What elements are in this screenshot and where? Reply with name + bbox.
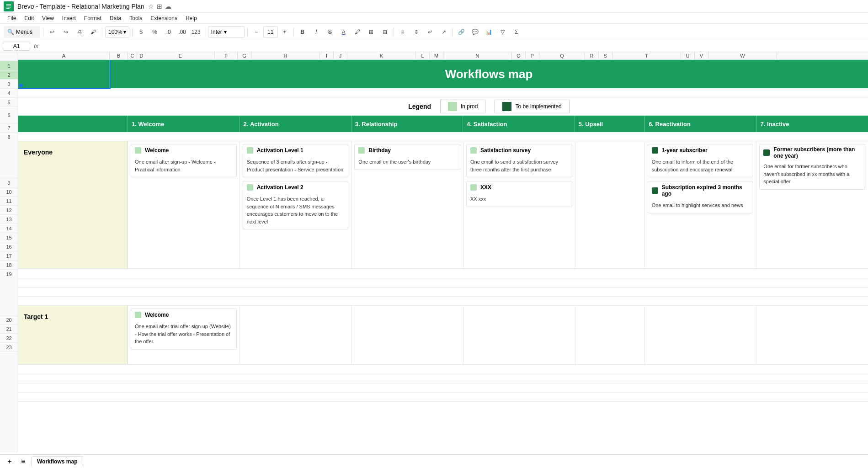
decrease-font-size[interactable]: − xyxy=(250,26,262,38)
menu-insert[interactable]: Insert xyxy=(59,14,80,22)
cat-label-4: Satisfaction xyxy=(474,121,507,128)
borders-button[interactable]: ⊞ xyxy=(365,26,377,38)
increase-decimal-button[interactable]: .00 xyxy=(176,26,188,38)
col-header-d: D xyxy=(137,52,146,59)
search-menus[interactable]: 🔍 Menus xyxy=(4,26,40,38)
strikethrough-button[interactable]: S xyxy=(324,26,336,38)
chart-button[interactable]: 📊 xyxy=(483,26,495,38)
card-body-welcome: One email after sign-up - Welcome - Prac… xyxy=(131,156,236,177)
legend-row: Legend In prod To be implemented xyxy=(18,97,868,116)
row-num-13: 13 xyxy=(0,215,18,224)
menu-tools[interactable]: Tools xyxy=(126,14,146,22)
undo-button[interactable]: ↩ xyxy=(46,26,58,38)
col-relationship-target1 xyxy=(351,306,463,364)
currency-button[interactable]: $ xyxy=(135,26,147,38)
row-num-16: 16 xyxy=(0,242,18,251)
font-selector[interactable]: Inter ▾ xyxy=(208,26,245,38)
functions-button[interactable]: Σ xyxy=(511,26,522,38)
highlight-color-button[interactable]: 🖍 xyxy=(351,26,363,38)
col-welcome-target1: Welcome One email after trial offer sign… xyxy=(128,306,240,364)
top-bar-icons: ☆ ⊞ ☁ xyxy=(148,3,171,10)
link-button[interactable]: 🔗 xyxy=(456,26,468,38)
col-header-p: P xyxy=(526,52,539,59)
paint-format-button[interactable]: 🖌 xyxy=(87,26,99,38)
card-indicator-act2 xyxy=(247,184,253,191)
col-header-l: L xyxy=(416,52,430,59)
format-123-button[interactable]: 123 xyxy=(190,26,202,38)
card-body-act2: Once Level 1 has been reached, a sequenc… xyxy=(243,193,348,229)
spreadsheet-viewport[interactable]: A B C D E F G H I J K L M N O P Q R S T … xyxy=(18,52,868,452)
cat-reactivation: 6. Reactivation xyxy=(645,116,756,132)
row-3-empty xyxy=(18,88,868,97)
menu-extensions[interactable]: Extensions xyxy=(147,14,181,22)
text-wrap-button[interactable]: ↵ xyxy=(424,26,436,38)
row-gap-2 xyxy=(18,278,868,287)
row-num-4: 4 xyxy=(0,89,18,98)
menu-edit[interactable]: Edit xyxy=(21,14,37,22)
card-indicator-welcome-t1 xyxy=(135,312,141,318)
cell-a1[interactable] xyxy=(18,60,110,88)
redo-button[interactable]: ↪ xyxy=(60,26,72,38)
col-reactivation-everyone: 1-year subscriber One email to inform of… xyxy=(645,141,757,268)
menu-data[interactable]: Data xyxy=(106,14,125,22)
card-title-act1: Activation Level 1 xyxy=(257,147,304,154)
column-headers: A B C D E F G H I J K L M N O P Q R S T … xyxy=(18,52,868,60)
card-indicator-xxx xyxy=(470,184,477,191)
zoom-value: 100% xyxy=(108,29,122,35)
col-inactive-target1 xyxy=(756,306,868,364)
comment-button[interactable]: 💬 xyxy=(469,26,481,38)
row-7-empty xyxy=(18,132,868,141)
toolbar: 🔍 Menus ↩ ↪ 🖨 🖌 100% ▾ $ % .0 .00 123 In… xyxy=(0,24,868,40)
star-icon[interactable]: ☆ xyxy=(148,3,154,10)
percent-button[interactable]: % xyxy=(149,26,161,38)
card-indicator-sat xyxy=(470,147,477,154)
align-button[interactable]: ≡ xyxy=(397,26,409,38)
merge-cells-button[interactable]: ⊟ xyxy=(379,26,391,38)
card-body-act1: Sequence of 3 emails after sign-up - Pro… xyxy=(243,156,348,177)
legend-label: Legend xyxy=(408,103,431,110)
text-color-button[interactable]: A xyxy=(338,26,350,38)
cat-num-6: 6. xyxy=(649,121,654,128)
cloud-icon[interactable]: ☁ xyxy=(165,3,171,10)
col-satisfaction-everyone: Satisfaction survey One email to send a … xyxy=(463,141,575,268)
print-button[interactable]: 🖨 xyxy=(74,26,85,38)
row-num-8: 8 xyxy=(0,133,18,178)
card-body-exp: One email to highlight services and news xyxy=(648,200,753,213)
row-num-18: 18 xyxy=(0,261,18,270)
col-header-e: E xyxy=(146,52,215,59)
cell-ref-value: A1 xyxy=(13,43,20,49)
row-end-2 xyxy=(18,374,868,383)
decrease-decimal-button[interactable]: .0 xyxy=(163,26,175,38)
legend-in-prod-color xyxy=(448,102,457,111)
col-header-w: W xyxy=(708,52,777,59)
menu-format[interactable]: Format xyxy=(80,14,105,22)
text-rotation-button[interactable]: ↗ xyxy=(438,26,450,38)
svg-rect-1 xyxy=(6,4,11,5)
font-size-box[interactable]: 11 xyxy=(263,26,278,38)
legend-to-implement-label: To be implemented xyxy=(515,103,561,110)
col-header-v: V xyxy=(695,52,708,59)
menus-label: Menus xyxy=(16,29,32,35)
folder-icon[interactable]: ⊞ xyxy=(157,3,162,10)
card-sub-expired: Subscription expired 3 months ago One em… xyxy=(648,181,754,213)
col-header-r: R xyxy=(585,52,599,59)
card-birthday: Birthday One email on the user's birthda… xyxy=(354,144,460,170)
italic-button[interactable]: I xyxy=(310,26,322,38)
menu-file[interactable]: File xyxy=(4,14,20,22)
col-header-b: B xyxy=(110,52,128,59)
zoom-control[interactable]: 100% ▾ xyxy=(105,26,129,38)
bold-button[interactable]: B xyxy=(297,26,309,38)
valign-button[interactable]: ⇕ xyxy=(410,26,422,38)
menu-view[interactable]: View xyxy=(38,14,58,22)
filter-button[interactable]: ▽ xyxy=(497,26,509,38)
menu-help[interactable]: Help xyxy=(182,14,201,22)
row-num-5: 5 xyxy=(0,98,18,107)
legend-to-implement-color xyxy=(502,102,511,111)
card-title-exp: Subscription expired 3 months ago xyxy=(662,184,750,197)
card-indicator-act1 xyxy=(247,147,253,154)
increase-font-size[interactable]: + xyxy=(279,26,291,38)
cell-handle xyxy=(19,84,23,87)
cell-reference-input[interactable]: A1 xyxy=(3,42,30,51)
col-inactive-everyone: Former subscribers (more than one year) … xyxy=(756,141,868,268)
col-activation-target1 xyxy=(240,306,352,364)
